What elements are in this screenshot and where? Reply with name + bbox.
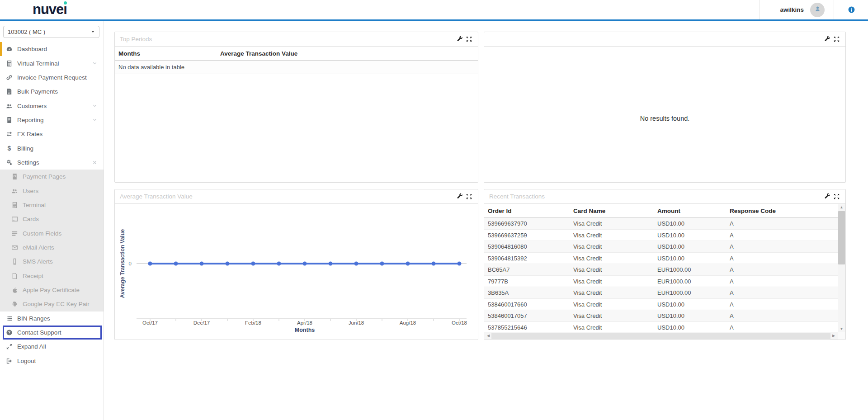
column-header-months[interactable]: Months bbox=[118, 47, 140, 61]
svg-text:Months: Months bbox=[295, 327, 315, 333]
scrollbar-corner bbox=[838, 332, 845, 340]
scroll-down-arrow-icon[interactable]: ▼ bbox=[838, 326, 845, 332]
sidebar-item-dashboard[interactable]: Dashboard bbox=[0, 42, 104, 56]
transaction-row[interactable]: 3B635AVisa CreditEUR1000.00A bbox=[484, 287, 838, 299]
sidebar-item-contact-support[interactable]: Contact Support bbox=[3, 326, 102, 340]
compress-icon[interactable] bbox=[833, 36, 840, 42]
wrench-icon[interactable] bbox=[824, 193, 831, 200]
column-header-card-name[interactable]: Card Name bbox=[573, 204, 605, 218]
vertical-scrollbar[interactable]: ▲ ▼ bbox=[838, 204, 845, 332]
sidebar-item-apple-pay-certificate[interactable]: Apple Pay Certificate bbox=[0, 283, 104, 297]
compress-icon[interactable] bbox=[466, 36, 472, 42]
horizontal-scroll-thumb[interactable] bbox=[491, 333, 830, 339]
card-name-cell: Visa Credit bbox=[573, 299, 602, 311]
person-icon bbox=[814, 5, 821, 14]
sidebar-item-bulk-payments[interactable]: Bulk Payments bbox=[0, 85, 104, 99]
sidebar-item-sms-alerts[interactable]: SMS Alerts bbox=[0, 255, 104, 269]
amount-cell: USD10.00 bbox=[657, 241, 684, 253]
transaction-row[interactable]: 538460017660Visa CreditUSD10.00A bbox=[484, 299, 838, 311]
info-icon[interactable] bbox=[848, 6, 855, 14]
sidebar-item-label: SMS Alerts bbox=[23, 258, 53, 265]
order-id-cell: 539669637970 bbox=[488, 218, 527, 230]
order-id-cell: 539064816080 bbox=[488, 241, 527, 253]
dollar-icon: $ bbox=[5, 145, 13, 152]
amount-cell: USD10.00 bbox=[657, 299, 684, 311]
compress-icon[interactable] bbox=[833, 193, 840, 200]
card-name-cell: Visa Credit bbox=[573, 241, 602, 253]
header-right: awilkins bbox=[760, 0, 868, 19]
response-code-cell: A bbox=[730, 230, 734, 241]
scroll-right-arrow-icon[interactable]: ▶ bbox=[830, 332, 837, 340]
amount-cell: USD10.00 bbox=[657, 218, 684, 230]
sidebar-item-users[interactable]: Users bbox=[0, 184, 104, 198]
panel-title: Recent Transactions bbox=[484, 189, 845, 204]
username[interactable]: awilkins bbox=[780, 6, 804, 13]
scroll-up-arrow-icon[interactable]: ▲ bbox=[838, 204, 845, 211]
transaction-row[interactable]: 538460017057Visa CreditUSD10.00A bbox=[484, 310, 838, 322]
scroll-left-arrow-icon[interactable]: ◀ bbox=[485, 332, 491, 340]
list-ol-icon bbox=[5, 315, 13, 322]
wrench-icon[interactable] bbox=[824, 36, 831, 42]
response-code-cell: A bbox=[730, 287, 734, 299]
transaction-row[interactable]: BC65A7Visa CreditEUR1000.00A bbox=[484, 264, 838, 276]
column-header-response-code[interactable]: Response Code bbox=[730, 204, 776, 218]
sidebar-item-logout[interactable]: Logout bbox=[0, 354, 104, 368]
transaction-row[interactable]: 539669637970Visa CreditUSD10.00A bbox=[484, 218, 838, 230]
sidebar-item-custom-fields[interactable]: Custom Fields bbox=[0, 226, 104, 240]
transaction-row[interactable]: 539669637259Visa CreditUSD10.00A bbox=[484, 230, 838, 241]
transaction-row[interactable]: 539064816080Visa CreditUSD10.00A bbox=[484, 241, 838, 253]
column-header-order-id[interactable]: Order Id bbox=[488, 204, 512, 218]
sidebar-item-fx-rates[interactable]: FX Rates bbox=[0, 127, 104, 141]
wrench-icon[interactable] bbox=[457, 193, 463, 200]
sidebar-item-label: Payment Pages bbox=[23, 173, 66, 180]
order-id-cell: 538460017660 bbox=[488, 299, 527, 311]
chevron-down-icon[interactable] bbox=[92, 117, 98, 123]
sidebar-item-invoice-payment-request[interactable]: Invoice Payment Request bbox=[0, 71, 104, 85]
list-lines-icon bbox=[11, 230, 19, 237]
merchant-selector[interactable]: 103002 ( MC ) bbox=[3, 26, 99, 38]
close-icon[interactable] bbox=[92, 160, 98, 165]
transaction-row[interactable]: 539064815392Visa CreditUSD10.00A bbox=[484, 253, 838, 264]
column-header-avg-transaction-value[interactable]: Average Transaction Value bbox=[220, 47, 297, 61]
sidebar-item-payment-pages[interactable]: Payment Pages bbox=[0, 170, 104, 184]
sidebar-item-google-pay-ec-key-pair[interactable]: Google Pay EC Key Pair bbox=[0, 297, 104, 311]
compress-icon[interactable] bbox=[466, 193, 472, 200]
order-id-cell: 537855215646 bbox=[488, 322, 527, 333]
wrench-icon[interactable] bbox=[457, 36, 463, 42]
table-header-row: Order Id Card Name Amount Response Code bbox=[484, 204, 838, 218]
horizontal-scrollbar[interactable]: ◀ ▶ bbox=[484, 332, 838, 340]
sidebar-item-cards[interactable]: Cards bbox=[0, 212, 104, 226]
recent-transactions-panel: Recent Transactions Order Id Card Name A… bbox=[484, 189, 846, 340]
card-name-cell: Visa Credit bbox=[573, 264, 602, 276]
sidebar-item-reporting[interactable]: Reporting bbox=[0, 113, 104, 127]
sidebar-item-virtual-terminal[interactable]: Virtual Terminal bbox=[0, 56, 104, 70]
nuvei-logo[interactable]: nuveı bbox=[33, 1, 67, 18]
sidebar-item-billing[interactable]: $Billing bbox=[0, 141, 104, 155]
transaction-row[interactable]: 537855215646Visa CreditUSD10.00A bbox=[484, 322, 838, 333]
sidebar-item-settings[interactable]: Settings bbox=[0, 156, 104, 170]
sidebar-item-email-alerts[interactable]: eMail Alerts bbox=[0, 241, 104, 255]
sidebar-item-label: Reporting bbox=[17, 117, 44, 123]
column-header-amount[interactable]: Amount bbox=[657, 204, 680, 218]
svg-text:Aug/18: Aug/18 bbox=[400, 320, 416, 326]
sidebar-item-terminal[interactable]: Terminal bbox=[0, 198, 104, 212]
sidebar-item-customers[interactable]: Customers bbox=[0, 99, 104, 113]
card-icon bbox=[11, 216, 19, 222]
sidebar-item-receipt[interactable]: Receipt bbox=[0, 269, 104, 283]
avatar[interactable] bbox=[810, 3, 825, 17]
sidebar-item-bin-ranges[interactable]: BIN Ranges bbox=[0, 311, 104, 326]
vertical-scroll-thumb[interactable] bbox=[838, 211, 845, 264]
apple-icon bbox=[11, 287, 19, 293]
avg-transaction-value-chart: Oct/17Dec/17Feb/18Apr/18Jun/18Aug/18Oct/… bbox=[115, 204, 478, 340]
android-icon bbox=[11, 301, 19, 307]
transaction-row[interactable]: 79777BVisa CreditEUR1000.00A bbox=[484, 276, 838, 288]
sidebar-item-expand-all[interactable]: Expand All bbox=[0, 340, 104, 354]
chevron-down-icon[interactable] bbox=[92, 103, 98, 109]
chevron-down-icon[interactable] bbox=[92, 61, 98, 66]
panel-title-text: Recent Transactions bbox=[489, 193, 545, 200]
sidebar-item-label: Dashboard bbox=[17, 46, 47, 52]
sidebar-item-label: Invoice Payment Request bbox=[17, 74, 87, 81]
response-code-cell: A bbox=[730, 241, 734, 253]
amount-cell: USD10.00 bbox=[657, 310, 684, 322]
amount-cell: USD10.00 bbox=[657, 322, 684, 333]
